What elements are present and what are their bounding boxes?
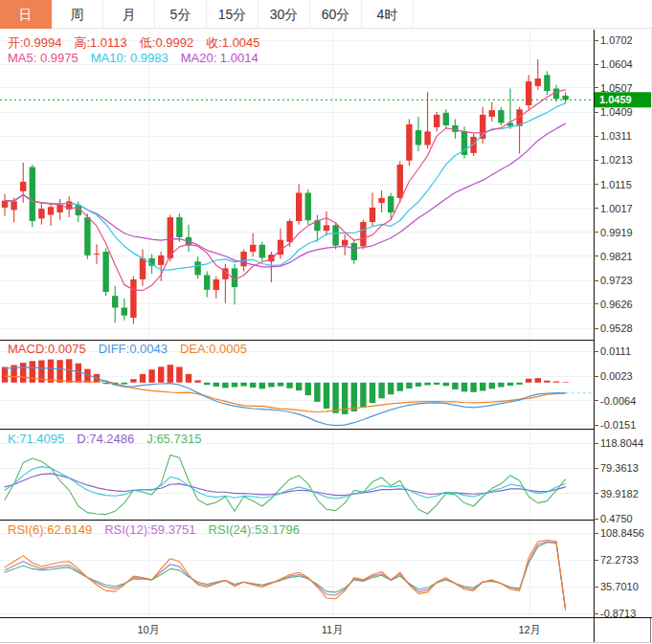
- svg-text:1.0409: 1.0409: [600, 106, 633, 118]
- svg-text:0.0023: 0.0023: [600, 370, 633, 382]
- svg-text:0.9528: 0.9528: [600, 322, 633, 334]
- tab-60min[interactable]: 60分: [310, 0, 362, 29]
- svg-text:0.4750: 0.4750: [600, 513, 633, 524]
- svg-text:0.9919: 0.9919: [600, 227, 633, 238]
- svg-text:35.7010: 35.7010: [600, 581, 639, 592]
- tab-5min[interactable]: 5分: [155, 0, 207, 29]
- svg-text:39.9182: 39.9182: [600, 488, 639, 500]
- tab-day[interactable]: 日: [0, 0, 52, 29]
- svg-text:-0.0064: -0.0064: [600, 395, 636, 407]
- tab-4hour[interactable]: 4时: [362, 0, 414, 29]
- svg-text:1.0604: 1.0604: [600, 58, 633, 70]
- svg-text:1.0213: 1.0213: [600, 154, 633, 166]
- svg-text:1.0115: 1.0115: [600, 179, 632, 190]
- tab-month[interactable]: 月: [103, 0, 155, 29]
- svg-text:-0.0151: -0.0151: [600, 419, 636, 431]
- svg-text:0.9723: 0.9723: [600, 275, 633, 286]
- svg-text:0.9821: 0.9821: [600, 251, 633, 262]
- tab-30min[interactable]: 30分: [259, 0, 310, 29]
- kline-svg: 1.07021.06041.05071.04091.03111.02131.01…: [0, 30, 652, 644]
- svg-text:118.8044: 118.8044: [600, 437, 643, 449]
- svg-text:1.0507: 1.0507: [600, 82, 633, 94]
- svg-text:11月: 11月: [322, 624, 343, 635]
- svg-text:108.8456: 108.8456: [600, 527, 644, 539]
- svg-text:79.3613: 79.3613: [600, 462, 639, 474]
- svg-text:1.0017: 1.0017: [600, 203, 633, 214]
- svg-text:0.0111: 0.0111: [600, 345, 631, 357]
- tab-week[interactable]: 周: [52, 0, 103, 29]
- period-tabbar: 日周月5分15分30分60分4时: [0, 0, 652, 29]
- svg-text:-0.8713: -0.8713: [600, 608, 636, 619]
- svg-text:1.0702: 1.0702: [600, 34, 633, 46]
- svg-text:72.2733: 72.2733: [600, 554, 639, 566]
- svg-text:1.0459: 1.0459: [599, 94, 632, 105]
- tab-15min[interactable]: 15分: [207, 0, 259, 29]
- svg-text:1.0311: 1.0311: [600, 130, 632, 142]
- svg-text:0.9626: 0.9626: [600, 299, 633, 310]
- kline-chart-widget: 日周月5分15分30分60分4时 开:0.9994高:1.0113低:0.999…: [0, 0, 652, 644]
- svg-text:12月: 12月: [518, 624, 540, 635]
- chart-canvas[interactable]: 1.07021.06041.05071.04091.03111.02131.01…: [0, 30, 652, 644]
- svg-text:10月: 10月: [137, 624, 159, 635]
